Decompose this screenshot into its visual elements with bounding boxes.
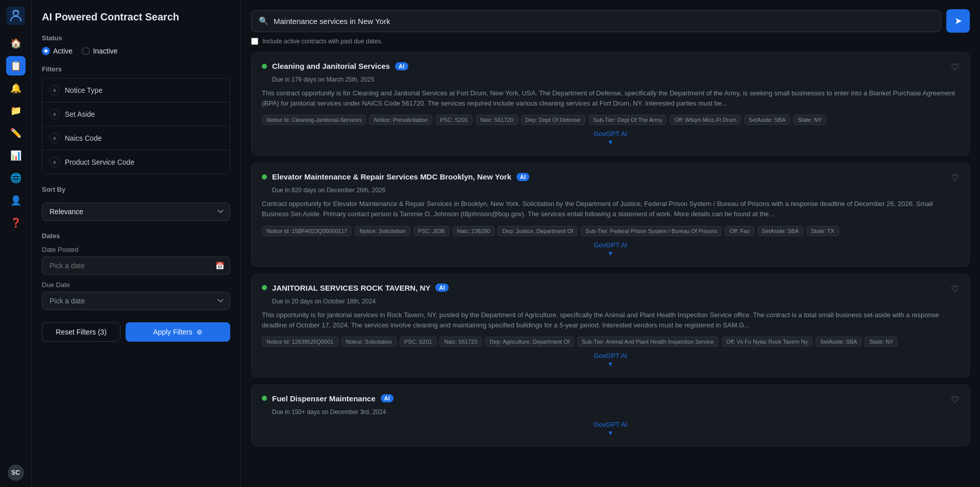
due-date-label: Due Date <box>42 281 230 289</box>
tag: Sub-Tier: Dept Of The Army <box>589 115 667 125</box>
filter-accordion: + Notice Type + Set Aside + Naics Code +… <box>42 78 230 174</box>
filter-notice-type[interactable]: + Notice Type <box>42 79 230 102</box>
tag: Naic: 561720 <box>476 115 518 125</box>
chevron-down-icon: ▼ <box>607 139 614 146</box>
nav-globe-icon[interactable]: 🌐 <box>6 168 26 188</box>
favorite-button[interactable]: ♡ <box>951 62 959 73</box>
avatar[interactable]: SC <box>8 465 24 481</box>
search-send-icon: ➤ <box>954 15 962 27</box>
tag: Off: Fao <box>725 226 754 236</box>
calendar-icon: 📅 <box>215 262 224 270</box>
govgpt-expand[interactable]: GovGPT AI ▼ <box>262 421 959 437</box>
card-title-row: Fuel Dispenser Maintenance AI <box>262 394 394 403</box>
filter-icon: ⚙ <box>197 328 203 336</box>
ai-badge: AI <box>395 62 408 70</box>
tag: Notice Id: Cleaning-Janitorial-Services <box>262 115 366 125</box>
nav-home-icon[interactable]: 🏠 <box>6 34 26 53</box>
tag: Notice: Solicitation <box>355 226 410 236</box>
card-description: This opportunity is for janitorial servi… <box>262 310 959 330</box>
status-dot <box>262 285 267 290</box>
card-title: JANITORIAL SERVICES ROCK TAVERN, NY <box>272 284 430 292</box>
card-header: Elevator Maintenance & Repair Services M… <box>262 172 959 184</box>
app-logo <box>6 6 26 25</box>
nav-edit-icon[interactable]: ✏️ <box>6 123 26 143</box>
dates-section: Dates Date Posted 📅 Due Date Pick a date <box>42 232 230 310</box>
govgpt-expand[interactable]: GovGPT AI ▼ <box>262 352 959 368</box>
tag: PSC: S201 <box>400 337 436 347</box>
nav-user-icon[interactable]: 👤 <box>6 191 26 210</box>
tag: Dep: Dept Of Defense <box>521 115 585 125</box>
favorite-button[interactable]: ♡ <box>951 172 959 184</box>
govgpt-label: GovGPT AI <box>594 130 627 138</box>
tag: State: NY <box>793 115 826 125</box>
filter-actions: Reset Filters (3) Apply Filters ⚙ <box>42 322 230 342</box>
radio-inactive <box>82 47 90 55</box>
card-title-row: Cleaning and Janitorial Services AI <box>262 62 408 70</box>
contract-card-4: Fuel Dispenser Maintenance AI ♡ Due in 1… <box>251 385 970 446</box>
status-row: Active Inactive <box>42 47 230 55</box>
main-content: 🔍 ➤ Include active contracts with past d… <box>241 0 980 487</box>
apply-filters-button[interactable]: Apply Filters ⚙ <box>126 322 230 342</box>
card-title: Elevator Maintenance & Repair Services M… <box>272 172 511 181</box>
card-due-date: Due in 179 days on March 25th, 2025 <box>272 76 959 83</box>
sidebar-nav: 🏠 📋 🔔 📁 ✏️ 📊 🌐 👤 ❓ SC <box>0 0 32 487</box>
search-input-wrap: 🔍 <box>251 10 941 32</box>
card-title: Cleaning and Janitorial Services <box>272 62 390 70</box>
card-title-row: JANITORIAL SERVICES ROCK TAVERN, NY AI <box>262 284 449 292</box>
tag: State: TX <box>806 226 839 236</box>
status-active-option[interactable]: Active <box>42 47 72 55</box>
contract-card-3: JANITORIAL SERVICES ROCK TAVERN, NY AI ♡… <box>251 274 970 377</box>
past-due-label: Include active contracts with past due d… <box>262 38 382 45</box>
search-bar: 🔍 ➤ <box>251 9 970 33</box>
tag: SetAside: SBA <box>816 337 862 347</box>
sort-by-label: Sort By <box>42 186 230 193</box>
search-icon: 🔍 <box>259 16 268 25</box>
favorite-button[interactable]: ♡ <box>951 284 959 295</box>
tags-row: Notice Id: 12639525Q0001Notice: Solicita… <box>262 337 959 347</box>
filter-product-service-code[interactable]: + Product Service Code <box>42 150 230 174</box>
card-header: Fuel Dispenser Maintenance AI ♡ <box>262 394 959 405</box>
tag: Sub-Tier: Federal Prison System / Bureau… <box>581 226 722 236</box>
nav-help-icon[interactable]: ❓ <box>6 213 26 233</box>
tag: SetAside: SBA <box>744 115 790 125</box>
status-dot <box>262 64 267 69</box>
nav-search-icon[interactable]: 📋 <box>6 56 26 75</box>
due-date-select[interactable]: Pick a date <box>42 292 230 310</box>
tag: Notice: Solicitation <box>341 337 397 347</box>
status-dot <box>262 396 267 401</box>
filter-naics-code[interactable]: + Naics Code <box>42 126 230 150</box>
status-inactive-option[interactable]: Inactive <box>82 47 117 55</box>
nav-notifications-icon[interactable]: 🔔 <box>6 79 26 98</box>
card-due-date: Due in 150+ days on December 3rd, 2024 <box>272 408 959 416</box>
filter-naics-code-label: Naics Code <box>65 134 102 142</box>
tags-row: Notice Id: 15BFA023Q00000117Notice: Soli… <box>262 226 959 236</box>
tag: PSC: J036 <box>413 226 450 236</box>
chevron-down-icon: ▼ <box>607 361 614 368</box>
tag: State: NY <box>865 337 898 347</box>
filter-set-aside[interactable]: + Set Aside <box>42 102 230 126</box>
contract-card-2: Elevator Maintenance & Repair Services M… <box>251 163 970 266</box>
reset-filters-button[interactable]: Reset Filters (3) <box>42 322 120 342</box>
card-due-date: Due in 20 days on October 18th, 2024 <box>272 298 959 305</box>
past-due-checkbox[interactable] <box>251 38 258 45</box>
filters-label: Filters <box>42 65 230 73</box>
date-posted-input[interactable] <box>42 257 230 275</box>
tag: Notice: Presolicitation <box>369 115 432 125</box>
filter-set-aside-label: Set Aside <box>65 110 95 118</box>
sort-select[interactable]: Relevance Date Posted Due Date Title <box>42 202 230 221</box>
govgpt-expand[interactable]: GovGPT AI ▼ <box>262 130 959 146</box>
date-posted-label: Date Posted <box>42 246 230 253</box>
nav-analytics-icon[interactable]: 📊 <box>6 146 26 165</box>
tag: Off: Vs Fo Nyiac Rock Tavern Ny <box>722 337 813 347</box>
tag: Dep: Justice, Department Of <box>498 226 578 236</box>
tags-row: Notice Id: Cleaning-Janitorial-ServicesN… <box>262 115 959 125</box>
govgpt-expand[interactable]: GovGPT AI ▼ <box>262 241 959 257</box>
favorite-button[interactable]: ♡ <box>951 394 959 405</box>
card-title: Fuel Dispenser Maintenance <box>272 394 376 403</box>
search-submit-button[interactable]: ➤ <box>946 9 970 33</box>
search-input[interactable] <box>274 11 934 32</box>
nav-contracts-icon[interactable]: 📁 <box>6 101 26 120</box>
contracts-list: Cleaning and Janitorial Services AI ♡ Du… <box>251 52 970 446</box>
dates-label: Dates <box>42 232 230 240</box>
status-inactive-label: Inactive <box>93 47 117 55</box>
